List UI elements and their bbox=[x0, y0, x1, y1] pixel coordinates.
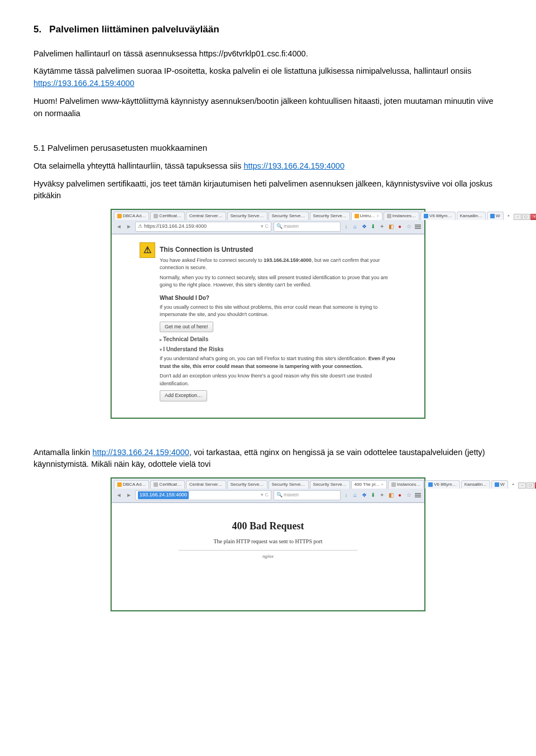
minimize-button[interactable]: – bbox=[518, 482, 526, 489]
browser-chrome: DBCA Ad… Certificat… Central Server… Sec… bbox=[112, 479, 424, 503]
lock-icon: ⚠ bbox=[138, 223, 142, 231]
toolbar-icon[interactable]: ❖ bbox=[361, 492, 367, 499]
toolbar-icon[interactable]: ● bbox=[396, 492, 403, 499]
toolbar-icon[interactable]: ❖ bbox=[361, 223, 367, 230]
tab[interactable]: Security Serve… bbox=[310, 480, 350, 489]
warning-text: Normally, when you try to connect secure… bbox=[160, 274, 396, 289]
tab[interactable]: Central Server… bbox=[186, 212, 226, 220]
tab-active[interactable]: Untru…× bbox=[351, 212, 382, 220]
window-close-button[interactable]: × bbox=[530, 214, 536, 220]
add-exception-button[interactable]: Add Exception… bbox=[160, 390, 207, 401]
tab[interactable]: Certificat… bbox=[150, 212, 185, 220]
forward-button[interactable]: ► bbox=[125, 491, 133, 499]
toolbar-icon[interactable]: ☆ bbox=[405, 223, 412, 230]
home-icon[interactable]: ⌂ bbox=[352, 223, 358, 230]
hallintaurl-link-2[interactable]: https://193.166.24.159:4000 bbox=[243, 161, 344, 170]
tab-label: Central Server… bbox=[189, 481, 223, 488]
tab[interactable]: V6 liittym… bbox=[420, 212, 455, 220]
paragraph: Ota selaimella yhteyttä hallintaurliin, … bbox=[34, 160, 502, 173]
search-bar[interactable]: 🔍 maven bbox=[274, 490, 341, 500]
subsection-number: 5.1 bbox=[34, 143, 45, 152]
toolbar-icon[interactable]: ✦ bbox=[379, 492, 385, 499]
paragraph: Palvelimen hallintaurl on tässä asennuks… bbox=[34, 48, 502, 60]
tab[interactable]: Security Serve… bbox=[227, 212, 267, 220]
tab[interactable]: W bbox=[491, 480, 508, 489]
back-button[interactable]: ◄ bbox=[115, 223, 123, 231]
hamburger-menu-icon[interactable] bbox=[414, 223, 421, 230]
tab[interactable]: Central Server… bbox=[186, 480, 226, 489]
tab-label: W bbox=[500, 481, 505, 488]
error-title: 400 Bad Request bbox=[140, 519, 396, 534]
download-icon[interactable]: ↓ bbox=[343, 492, 350, 499]
tab[interactable]: Security Serve… bbox=[227, 480, 267, 489]
url-bar-row: ◄ ► ⚠ https://193.166.24.159:4000 ▾ C 🔍 … bbox=[112, 220, 424, 234]
section-heading: 5. Palvelimen liittäminen palveluväylään bbox=[34, 22, 502, 37]
forward-button[interactable]: ► bbox=[125, 223, 133, 231]
back-button[interactable]: ◄ bbox=[115, 491, 123, 499]
page-content: ⚠ This Connection is Untrusted You have … bbox=[112, 235, 424, 418]
maximize-button[interactable]: ▢ bbox=[522, 214, 530, 220]
warning-text: You have asked Firefox to connect secure… bbox=[160, 257, 396, 272]
window-controls: – ▢ × bbox=[518, 482, 536, 489]
screenshot-untrusted: DBCA Ad… Certificat… Central Server… Sec… bbox=[111, 209, 425, 419]
tab[interactable]: DBCA Ad… bbox=[114, 480, 149, 489]
toolbar-icon[interactable]: ⬇ bbox=[370, 223, 376, 230]
paragraph: Käytämme tässä palvelimen suoraa IP-osoi… bbox=[34, 65, 502, 90]
toolbar-icon[interactable]: ◧ bbox=[387, 223, 394, 230]
understand-risks-disclosure[interactable]: I Understand the Risks bbox=[160, 345, 396, 353]
error-message: The plain HTTP request was sent to HTTPS… bbox=[140, 537, 396, 546]
tab[interactable]: Certificat… bbox=[150, 480, 185, 489]
tab-strip: DBCA Ad… Certificat… Central Server… Sec… bbox=[112, 210, 424, 220]
toolbar-icon[interactable]: ● bbox=[396, 223, 403, 230]
reload-icon[interactable]: ▾ C bbox=[261, 223, 269, 231]
url-text: https://193.166.24.159:4000 bbox=[144, 223, 207, 231]
tab[interactable]: V6 liittym… bbox=[425, 480, 460, 489]
close-icon[interactable]: × bbox=[381, 481, 384, 488]
address-bar[interactable]: ⚠ https://193.166.24.159:4000 ▾ C bbox=[135, 222, 271, 232]
tab-label: Kansallin… bbox=[465, 481, 487, 488]
subsection-title: Palvelimen perusasetusten muokkaaminen bbox=[47, 143, 207, 152]
toolbar-icon[interactable]: ⬇ bbox=[370, 492, 376, 499]
warning-text: If you usually connect to this site with… bbox=[160, 304, 396, 319]
subsection-heading: 5.1 Palvelimen perusasetusten muokkaamin… bbox=[34, 142, 502, 155]
tab[interactable]: Kansallin… bbox=[457, 212, 486, 220]
server-signature: nginx bbox=[179, 550, 357, 561]
search-icon: 🔍 bbox=[276, 223, 283, 231]
tab-label: V6 liittym… bbox=[434, 481, 456, 488]
technical-details-disclosure[interactable]: Technical Details bbox=[160, 335, 396, 343]
toolbar-icon[interactable]: ✦ bbox=[379, 223, 385, 230]
tab-label: Instances… bbox=[393, 213, 416, 219]
tab-label: Untru… bbox=[360, 213, 376, 219]
hamburger-menu-icon[interactable] bbox=[414, 492, 421, 499]
tab[interactable]: Security Serve… bbox=[269, 480, 309, 489]
tab[interactable]: DBCA Ad… bbox=[114, 212, 149, 220]
tab[interactable]: Instances… bbox=[388, 480, 424, 489]
new-tab-button[interactable]: + bbox=[509, 481, 518, 489]
address-bar[interactable]: 193.166.24.159:4000 ▾ C bbox=[135, 490, 271, 500]
tab[interactable]: Kansallin… bbox=[461, 480, 490, 489]
tab[interactable]: W bbox=[487, 212, 504, 220]
tab-label: DBCA Ad… bbox=[123, 213, 146, 219]
tab[interactable]: Security Serve… bbox=[310, 212, 350, 220]
get-me-out-button[interactable]: Get me out of here! bbox=[160, 322, 213, 333]
tab[interactable]: Instances… bbox=[384, 212, 419, 220]
reload-icon[interactable]: ▾ C bbox=[261, 491, 269, 499]
new-tab-button[interactable]: + bbox=[505, 212, 513, 220]
home-icon[interactable]: ⌂ bbox=[352, 492, 358, 499]
close-icon[interactable]: × bbox=[376, 213, 379, 219]
hallintaurl-link[interactable]: https://193.166.24.159:4000 bbox=[34, 79, 135, 88]
tab-label: Security Serve… bbox=[313, 213, 347, 219]
download-icon[interactable]: ↓ bbox=[343, 223, 350, 230]
minimize-button[interactable]: – bbox=[514, 214, 521, 220]
http-link[interactable]: http://193.166.24.159:4000 bbox=[93, 448, 189, 457]
url-text: 193.166.24.159:4000 bbox=[138, 491, 189, 499]
tab[interactable]: Security Serve… bbox=[269, 212, 309, 220]
tab-active[interactable]: 400 The pl…× bbox=[351, 480, 387, 489]
maximize-button[interactable]: ▢ bbox=[527, 482, 534, 489]
toolbar-icon[interactable]: ☆ bbox=[405, 492, 412, 499]
search-bar[interactable]: 🔍 maven bbox=[274, 222, 341, 232]
toolbar-icon[interactable]: ◧ bbox=[387, 492, 394, 499]
warning-text: If you understand what's going on, you c… bbox=[160, 355, 396, 370]
tab-label: Security Serve… bbox=[231, 481, 264, 488]
untrusted-warning-panel: ⚠ This Connection is Untrusted You have … bbox=[140, 242, 396, 404]
